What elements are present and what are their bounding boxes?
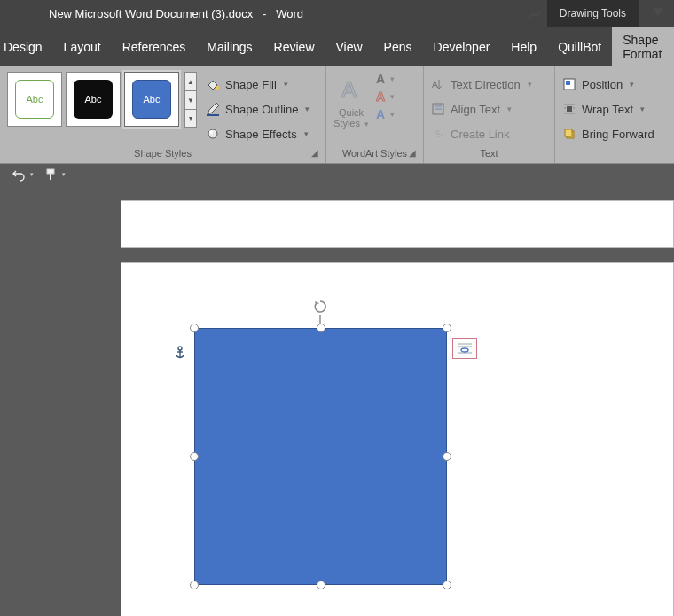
style-preset-1[interactable]: Abc [7,72,62,127]
bucket-icon [206,77,220,91]
group-label-shape-styles: Shape Styles ◢ [7,147,318,161]
quick-styles-button[interactable]: A Quick Styles ▾ [333,72,369,129]
document-workspace [0,185,674,616]
undo-button[interactable] [11,167,27,183]
svg-rect-20 [47,169,54,174]
dialog-launcher-icon[interactable]: ◢ [409,147,416,160]
tab-mailings[interactable]: Mailings [196,27,263,66]
group-label-wordart: WordArt Styles ◢ [333,147,416,161]
tab-view[interactable]: View [325,27,373,66]
text-effects-button[interactable]: A▾ [374,107,395,121]
svg-point-5 [209,130,213,134]
wrap-text-icon [562,102,576,116]
shape-rectangle[interactable] [194,328,447,585]
svg-rect-12 [566,81,570,85]
anchor-icon[interactable] [174,346,186,363]
chevron-down-icon: ▾ [284,80,288,89]
wordart-A-icon: A [338,72,364,107]
group-shape-styles: Abc Abc Abc ▲ ▼ ▾ Shape Fill▾ [0,66,326,163]
gallery-more-button[interactable]: ▾ [184,109,197,128]
svg-rect-19 [565,129,572,136]
doc-name: New Microsoft Word Document (3).docx [49,7,253,20]
rotate-handle[interactable] [312,299,328,315]
chevron-down-icon: ▾ [304,129,309,138]
resize-handle-e[interactable] [443,452,451,461]
shape-style-gallery: Abc Abc Abc ▲ ▼ ▾ [7,72,197,147]
shape-fill-button[interactable]: Shape Fill▾ [206,74,310,95]
position-icon [562,77,576,91]
svg-rect-3 [207,114,219,116]
pen-icon [206,102,220,116]
shape-style-menu: Shape Fill▾ Shape Outline▾ Shape Effects… [206,72,310,147]
group-label-text: Text [431,147,547,161]
svg-rect-21 [50,174,51,180]
chevron-down-icon: ▾ [305,105,310,113]
link-icon [431,127,445,141]
contextual-tab-label: Drawing Tools [547,0,639,27]
layout-options-button[interactable] [452,338,477,359]
gallery-down-button[interactable]: ▼ [184,90,197,109]
resize-handle-s[interactable] [317,581,325,589]
wordart-mini-buttons: A▾ A▾ A▾ [374,72,395,121]
dialog-launcher-icon[interactable]: ◢ [311,147,318,160]
text-direction-icon: A [431,77,445,91]
ribbon-tabs: Design Layout References Mailings Review… [0,27,674,66]
resize-handle-se[interactable] [443,581,451,589]
title-bar: New Microsoft Word Document (3).docx - W… [0,0,674,27]
resize-handle-sw[interactable] [190,581,199,589]
svg-point-2 [216,86,219,90]
shape-outline-button[interactable]: Shape Outline▾ [206,98,310,120]
svg-rect-13 [567,106,572,112]
group-wordart-styles: A Quick Styles ▾ A▾ A▾ A▾ WordArt Styles… [326,66,424,163]
style-preset-3-selected[interactable]: Abc [124,72,179,127]
create-link-button: Create Link [431,123,547,144]
align-text-button[interactable]: Align Text▾ [431,98,547,120]
svg-text:A: A [432,80,438,90]
svg-point-4 [208,129,217,138]
resize-handle-n[interactable] [317,324,325,332]
collapse-ribbon-icon[interactable] [646,1,670,26]
position-button[interactable]: Position▾ [562,74,667,95]
text-direction-button[interactable]: A Text Direction▾ [431,74,547,95]
format-painter-button[interactable] [43,167,59,183]
tab-layout[interactable]: Layout [53,27,112,66]
selected-shape[interactable] [194,328,447,585]
tab-design[interactable]: Design [0,27,53,66]
window-title: New Microsoft Word Document (3).docx - W… [49,7,303,20]
tab-developer[interactable]: Developer [423,27,501,66]
resize-handle-ne[interactable] [443,324,451,332]
shape-effects-button[interactable]: Shape Effects▾ [206,123,310,144]
app-name: Word [276,7,303,20]
gallery-scroll: ▲ ▼ ▾ [184,72,197,128]
tab-review[interactable]: Review [263,27,325,66]
tab-pens[interactable]: Pens [373,27,423,66]
previous-page-edge [121,200,674,248]
style-preset-2[interactable]: Abc [66,72,121,127]
resize-handle-w[interactable] [190,452,199,461]
bring-forward-icon [562,127,576,141]
effects-icon [206,127,220,141]
undo-dropdown-icon[interactable]: ▾ [30,171,34,178]
text-outline-button[interactable]: A▾ [374,90,395,104]
ribbon: Abc Abc Abc ▲ ▼ ▾ Shape Fill▾ [0,66,674,164]
tab-quillbot[interactable]: QuillBot [547,27,612,66]
quick-access-toolbar: ▾ ▾ [0,164,674,185]
svg-point-22 [178,347,182,350]
ribbon-display-icon[interactable] [522,1,547,26]
tab-shape-format[interactable]: Shape Format [612,27,672,66]
align-text-icon [431,102,445,116]
group-arrange: Position▾ Wrap Text▾ Bring Forward [555,66,674,163]
resize-handle-nw[interactable] [190,324,199,332]
tab-help[interactable]: Help [500,27,547,66]
tab-references[interactable]: References [112,27,197,66]
svg-text:A: A [341,76,357,103]
wrap-text-button[interactable]: Wrap Text▾ [562,98,667,120]
qat-customize-icon[interactable]: ▾ [62,171,66,178]
bring-forward-button[interactable]: Bring Forward [562,123,667,144]
text-fill-button[interactable]: A▾ [374,72,395,86]
group-text: A Text Direction▾ Align Text▾ Create Lin… [424,66,555,163]
gallery-up-button[interactable]: ▲ [184,72,197,90]
